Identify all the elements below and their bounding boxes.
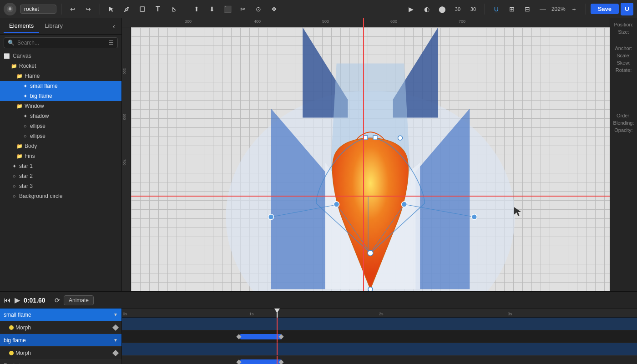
layer-window-label: Window bbox=[25, 103, 118, 109]
track-rocket[interactable]: Rocket ▼ bbox=[0, 359, 121, 364]
separator bbox=[185, 4, 185, 15]
layer-ellipse2[interactable]: ○ ellipse bbox=[0, 131, 121, 141]
grid-view[interactable]: ⊞ bbox=[505, 3, 519, 15]
layer-shadow[interactable]: ✦ shadow bbox=[0, 111, 121, 121]
canvas-area[interactable]: 300 400 500 600 700 500 600 700 bbox=[122, 18, 610, 291]
track-small-flame[interactable]: small flame ▼ bbox=[0, 308, 121, 321]
svg-rect-2 bbox=[140, 7, 145, 11]
theme-toggle[interactable]: ◐ bbox=[420, 3, 434, 15]
layer-body[interactable]: 📁 Body bbox=[0, 141, 121, 151]
position-label: Position: bbox=[614, 22, 633, 27]
collapse-panel-btn[interactable]: ‹ bbox=[110, 21, 118, 31]
align-center[interactable]: ⬇ bbox=[205, 3, 219, 15]
ruler-mark-700-left: 700 bbox=[122, 159, 126, 165]
tab-library[interactable]: Library bbox=[39, 20, 68, 33]
layer-fins[interactable]: 📁 Fins bbox=[0, 151, 121, 161]
preview-btn[interactable]: ▶ bbox=[404, 3, 418, 15]
track-small-flame-label: small flame bbox=[4, 312, 111, 318]
crop-tool[interactable]: ✂ bbox=[236, 3, 250, 15]
mask-tool[interactable]: ⊙ bbox=[252, 3, 265, 15]
layer-flame[interactable]: 📁 Flame bbox=[0, 71, 121, 81]
layer-bg-circle[interactable]: ○ Background circle bbox=[0, 191, 121, 201]
tl-keyframe-bar-1 bbox=[240, 334, 281, 339]
pen-tool[interactable] bbox=[120, 3, 134, 15]
align-top[interactable]: ⬆ bbox=[190, 3, 203, 15]
tl-mark-0s: 0s bbox=[123, 312, 127, 316]
app-logo[interactable] bbox=[4, 3, 16, 15]
hand-tool[interactable] bbox=[167, 3, 180, 15]
main-area: Elements Library ‹ 🔍 ☰ ⬜ Canvas 📁 Rocket bbox=[0, 18, 637, 291]
layer-rocket[interactable]: 📁 Rocket bbox=[0, 61, 121, 71]
star3-icon: ○ bbox=[11, 183, 17, 189]
timeline-keyframes[interactable]: 0s 1s 2s 3s bbox=[122, 308, 637, 364]
layer-star2-label: star 2 bbox=[19, 173, 118, 179]
cp-far-left bbox=[268, 214, 274, 220]
canvas-icon: ⬜ bbox=[4, 53, 10, 59]
layer-rocket-label: Rocket bbox=[19, 63, 118, 69]
zoom-minus[interactable]: — bbox=[536, 3, 550, 15]
anchor-very-bottom bbox=[368, 287, 373, 291]
layer-small-flame[interactable]: ✦ small flame bbox=[0, 81, 121, 91]
layer-star2[interactable]: ○ star 2 bbox=[0, 171, 121, 181]
anchor-label: Anchor: bbox=[615, 46, 632, 51]
frame-view[interactable]: ⊟ bbox=[521, 3, 534, 15]
layer-list: ⬜ Canvas 📁 Rocket 📁 Flame ✦ small flame bbox=[0, 51, 121, 291]
project-name-input[interactable] bbox=[20, 5, 56, 14]
anchor-bottom bbox=[368, 250, 373, 256]
component-tool[interactable]: ❖ bbox=[267, 3, 281, 15]
tl-animate-btn[interactable]: Animate bbox=[64, 295, 94, 305]
rocket-folder-icon: 📁 bbox=[11, 63, 17, 69]
track-big-flame-dropdown[interactable]: ▼ bbox=[113, 338, 118, 343]
text-tool[interactable]: T bbox=[151, 3, 165, 15]
shape-tool[interactable] bbox=[136, 3, 149, 15]
rotate-label: Rotate: bbox=[616, 67, 632, 73]
timer-btn[interactable]: 30 bbox=[451, 3, 465, 15]
zoom-plus[interactable]: + bbox=[567, 3, 581, 15]
tl-prev-btn[interactable]: ⏮ bbox=[4, 296, 11, 304]
save-button[interactable]: Save bbox=[591, 4, 619, 14]
flame-folder-icon: 📁 bbox=[16, 73, 23, 79]
layer-big-flame[interactable]: ✦ big flame bbox=[0, 91, 121, 101]
tl-row-playhead-1 bbox=[277, 318, 278, 330]
tl-play-btn[interactable]: ▶ bbox=[15, 296, 20, 304]
tab-elements[interactable]: Elements bbox=[4, 20, 39, 33]
tl-loop-btn[interactable]: ⟳ bbox=[55, 297, 60, 304]
anchor-top-right bbox=[373, 136, 377, 140]
layer-window[interactable]: 📁 Window bbox=[0, 101, 121, 111]
track-small-flame-dropdown[interactable]: ▼ bbox=[113, 312, 118, 317]
ruler-mark-500: 500 bbox=[322, 19, 329, 24]
layer-star1[interactable]: ✦ star 1 bbox=[0, 161, 121, 171]
redo-button[interactable]: ↪ bbox=[81, 3, 95, 15]
body-folder-icon: 📁 bbox=[16, 143, 23, 149]
fill-tool[interactable]: ⬤ bbox=[435, 3, 449, 15]
canvas-content bbox=[131, 27, 610, 291]
layer-canvas[interactable]: ⬜ Canvas bbox=[0, 51, 121, 61]
select-tool[interactable] bbox=[105, 3, 118, 15]
frame-tool[interactable]: ⬛ bbox=[221, 3, 234, 15]
track-big-flame-label: big flame bbox=[4, 337, 111, 344]
undo-button[interactable]: ↩ bbox=[66, 3, 80, 15]
user-btn[interactable]: U bbox=[621, 3, 633, 15]
separator bbox=[586, 4, 586, 15]
shadow-icon: ✦ bbox=[22, 113, 28, 119]
layer-ellipse1[interactable]: ○ ellipse bbox=[0, 121, 121, 131]
tl-ruler: 0s 1s 2s 3s bbox=[122, 308, 637, 318]
underline-u[interactable]: U bbox=[490, 3, 503, 15]
timeline: ⏮ ▶ 0:01.60 ⟳ Animate small flame ▼ Morp… bbox=[0, 291, 637, 364]
track-rocket-label: Rocket bbox=[4, 363, 111, 364]
layer-shadow-label: shadow bbox=[30, 113, 118, 119]
layer-body-label: Body bbox=[25, 143, 118, 149]
track-morph2[interactable]: Morph bbox=[0, 347, 121, 359]
left-panel: Elements Library ‹ 🔍 ☰ ⬜ Canvas 📁 Rocket bbox=[0, 18, 122, 291]
track-morph1[interactable]: Morph bbox=[0, 321, 121, 334]
layer-star3[interactable]: ○ star 3 bbox=[0, 181, 121, 191]
ruler-left: 500 600 700 bbox=[122, 27, 131, 291]
timer-btn2[interactable]: 30 bbox=[466, 3, 480, 15]
bg-circle-icon: ○ bbox=[11, 193, 17, 199]
track-big-flame[interactable]: big flame ▼ bbox=[0, 334, 121, 347]
search-input[interactable] bbox=[17, 40, 106, 46]
anchor-top-left bbox=[364, 136, 368, 140]
tl-time-display: 0:01.60 bbox=[24, 297, 51, 304]
layer-fins-label: Fins bbox=[25, 153, 118, 159]
ruler-mark-500-left: 500 bbox=[122, 68, 126, 74]
